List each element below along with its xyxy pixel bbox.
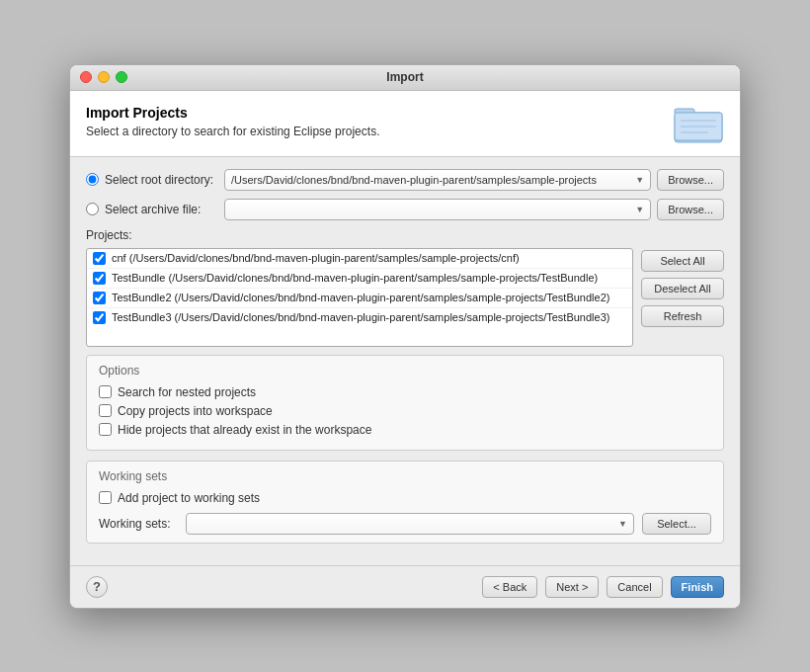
root-directory-radio-label[interactable]: Select root directory: (86, 173, 224, 187)
projects-container: cnf (/Users/David/clones/bnd/bnd-maven-p… (86, 248, 724, 347)
option-checkbox-2[interactable] (99, 423, 112, 436)
root-directory-field-combo: /Users/David/clones/bnd/bnd-maven-plugin… (224, 169, 724, 191)
root-directory-dropdown[interactable]: /Users/David/clones/bnd/bnd-maven-plugin… (224, 169, 651, 191)
archive-file-field-combo: ▼ Browse... (224, 199, 724, 220)
working-sets-select-button[interactable]: Select... (642, 513, 711, 535)
select-all-button[interactable]: Select All (641, 250, 724, 272)
dialog-title: Import Projects (86, 105, 379, 121)
deselect-all-button[interactable]: Deselect All (641, 278, 724, 299)
finish-button[interactable]: Finish (671, 576, 724, 598)
project-item-text: TestBundle (/Users/David/clones/bnd/bnd-… (112, 272, 598, 284)
option-checkbox-0[interactable] (99, 385, 112, 398)
next-button[interactable]: Next > (545, 576, 599, 598)
archive-file-browse-button[interactable]: Browse... (657, 199, 724, 220)
option-row-2: Hide projects that already exist in the … (99, 423, 711, 437)
window-controls (80, 71, 127, 83)
root-directory-row: Select root directory: /Users/David/clon… (86, 169, 724, 191)
project-item-text: TestBundle2 (/Users/David/clones/bnd/bnd… (112, 292, 609, 303)
project-list-item: TestBundle2 (/Users/David/clones/bnd/bnd… (87, 289, 632, 308)
root-directory-value: /Users/David/clones/bnd/bnd-maven-plugin… (231, 174, 597, 186)
option-label-2: Hide projects that already exist in the … (118, 423, 371, 437)
option-checkbox-1[interactable] (99, 404, 112, 417)
footer-left: ? (86, 576, 108, 598)
minimize-button[interactable] (98, 71, 110, 83)
options-section: Options Search for nested projectsCopy p… (86, 355, 724, 451)
project-item-text: cnf (/Users/David/clones/bnd/bnd-maven-p… (112, 252, 520, 264)
add-to-working-sets-label: Add project to working sets (118, 491, 260, 505)
dialog-body: Select root directory: /Users/David/clon… (70, 157, 740, 565)
project-list-item: TestBundle (/Users/David/clones/bnd/bnd-… (87, 269, 632, 289)
project-item-text: TestBundle3 (/Users/David/clones/bnd/bnd… (112, 311, 609, 323)
archive-dropdown-arrow-icon: ▼ (635, 205, 644, 214)
working-sets-label-row: Working sets: ▼ Select... (99, 513, 711, 535)
cancel-button[interactable]: Cancel (607, 576, 662, 598)
maximize-button[interactable] (116, 71, 127, 83)
project-checkbox-3[interactable] (93, 311, 106, 324)
options-title: Options (99, 364, 711, 378)
header-text: Import Projects Select a directory to se… (86, 105, 379, 138)
refresh-button[interactable]: Refresh (641, 305, 724, 327)
option-row-0: Search for nested projects (99, 385, 711, 399)
titlebar: Import (70, 65, 740, 91)
root-directory-browse-button[interactable]: Browse... (657, 169, 724, 191)
archive-file-row: Select archive file: ▼ Browse... (86, 199, 724, 220)
archive-file-radio[interactable] (86, 203, 99, 215)
dropdown-arrow-icon: ▼ (635, 175, 644, 185)
close-button[interactable] (80, 71, 92, 83)
archive-file-dropdown[interactable]: ▼ (224, 199, 651, 220)
working-sets-title: Working sets (99, 469, 711, 483)
working-sets-arrow-icon: ▼ (618, 519, 627, 529)
root-directory-radio[interactable] (86, 173, 99, 186)
working-sets-dropdown[interactable]: ▼ (186, 513, 634, 535)
dialog-footer: ? < Back Next > Cancel Finish (70, 565, 740, 608)
working-sets-section: Working sets Add project to working sets… (86, 461, 724, 544)
root-directory-label: Select root directory: (105, 173, 213, 187)
window-title: Import (386, 70, 423, 84)
back-button[interactable]: < Back (482, 576, 537, 598)
projects-list[interactable]: cnf (/Users/David/clones/bnd/bnd-maven-p… (86, 248, 633, 347)
archive-file-radio-label[interactable]: Select archive file: (86, 203, 224, 216)
projects-label: Projects: (86, 228, 724, 242)
option-row-1: Copy projects into workspace (99, 404, 711, 418)
option-label-1: Copy projects into workspace (118, 404, 273, 418)
archive-file-label: Select archive file: (105, 203, 201, 216)
project-list-item: cnf (/Users/David/clones/bnd/bnd-maven-p… (87, 249, 632, 269)
import-dialog: Import Import Projects Select a director… (69, 64, 741, 609)
projects-buttons: Select All Deselect All Refresh (641, 248, 724, 347)
project-checkbox-2[interactable] (93, 292, 106, 304)
help-button[interactable]: ? (86, 576, 108, 598)
project-checkbox-1[interactable] (93, 272, 106, 285)
project-checkbox-0[interactable] (93, 252, 106, 265)
dialog-header: Import Projects Select a directory to se… (70, 91, 740, 157)
footer-right: < Back Next > Cancel Finish (482, 576, 724, 598)
options-checkboxes: Search for nested projectsCopy projects … (99, 385, 711, 437)
sets-label: Working sets: (99, 517, 178, 531)
add-to-working-sets-checkbox[interactable] (99, 491, 112, 504)
dialog-subtitle: Select a directory to search for existin… (86, 125, 379, 138)
option-label-0: Search for nested projects (118, 385, 256, 399)
project-list-item: TestBundle3 (/Users/David/clones/bnd/bnd… (87, 308, 632, 327)
folder-icon (673, 101, 724, 144)
add-to-working-sets-row: Add project to working sets (99, 491, 711, 505)
projects-section: Projects: cnf (/Users/David/clones/bnd/b… (86, 228, 724, 347)
